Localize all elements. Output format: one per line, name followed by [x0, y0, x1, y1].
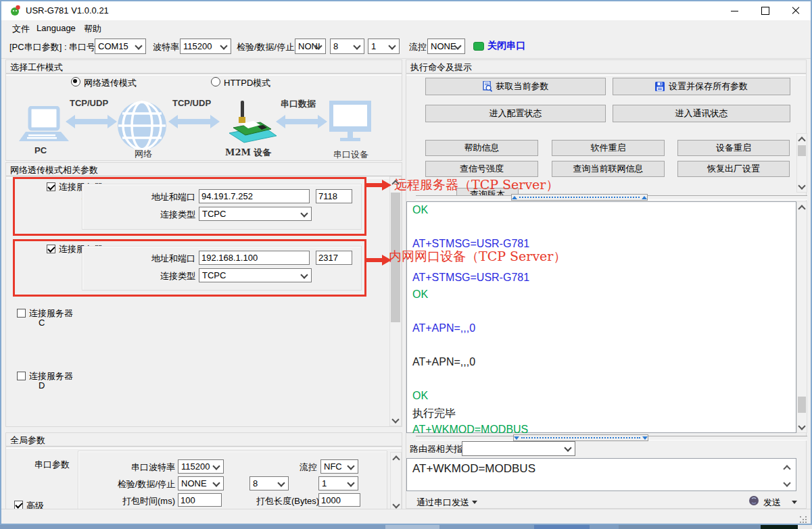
menu-help[interactable]: 帮助	[84, 23, 101, 35]
server-b-checkbox[interactable]	[47, 245, 55, 253]
chevron-down-icon	[347, 462, 354, 470]
scrollbar-thumb[interactable]	[798, 145, 806, 156]
command-panel: 执行命令及提示 获取当前参数 设置并保存所有参数 进入配置状态 进入通讯状态 帮	[406, 59, 807, 509]
radio-transparent-mode[interactable]	[71, 77, 80, 86]
scroll-down-icon[interactable]	[797, 181, 807, 192]
chevron-down-icon	[353, 42, 360, 49]
server-a-port-input[interactable]: 7118	[316, 189, 352, 203]
global-stop-bits-select[interactable]: 1	[318, 476, 358, 490]
work-mode-title: 选择工作模式	[10, 61, 63, 74]
enter-comm-button[interactable]: 进入通讯状态	[613, 105, 790, 122]
triangle-down-icon	[514, 436, 519, 440]
get-params-button[interactable]: 获取当前参数	[425, 78, 606, 95]
net-params-scrollbar[interactable]	[389, 176, 402, 426]
server-b-type-select[interactable]: TCPC	[199, 268, 312, 282]
chevron-down-icon	[220, 42, 227, 49]
command-buttons-scrollbar[interactable]	[796, 133, 807, 193]
conn-type-label: 连接类型	[102, 270, 195, 282]
flow-select[interactable]: NONE	[427, 39, 465, 54]
splitter-handle[interactable]	[513, 434, 648, 441]
enter-config-button[interactable]: 进入配置状态	[425, 105, 606, 122]
help-info-button[interactable]: 帮助信息	[425, 140, 538, 156]
global-parity-select[interactable]: NONE	[178, 476, 224, 490]
chevron-down-icon	[300, 271, 308, 278]
global-baud-select[interactable]: 115200	[178, 459, 224, 474]
app-window: USR-G781 V1.0.0.21 文件 Language 帮助 [PC串口参…	[0, 0, 812, 525]
menu-file[interactable]: 文件	[12, 23, 30, 35]
link2-label: TCP/UDP	[172, 98, 211, 108]
server-b-port-input[interactable]: 2317	[316, 251, 352, 265]
splitter-handle[interactable]	[511, 194, 648, 201]
router-cmd-select[interactable]	[462, 441, 575, 456]
terminal-line: OK	[412, 204, 428, 216]
radio-transparent-label[interactable]: 网络透传模式	[84, 77, 137, 89]
pack-time-input[interactable]: 100	[178, 493, 222, 507]
software-restart-button[interactable]: 软件重启	[552, 140, 665, 156]
radio-httpd-label[interactable]: HTTPD模式	[224, 77, 270, 89]
global-data-bits-select[interactable]: 8	[249, 476, 289, 490]
server-d-checkbox[interactable]	[17, 372, 26, 380]
network-info-button[interactable]: 查询当前联网信息	[552, 161, 665, 177]
scrollbar-thumb[interactable]	[391, 193, 400, 322]
desktop-strip	[0, 525, 812, 529]
close-button[interactable]	[780, 1, 811, 21]
chevron-down-icon	[388, 42, 396, 49]
maximize-button[interactable]	[750, 1, 780, 21]
server-b-address-input[interactable]: 192.168.1.100	[199, 251, 310, 265]
conn-type-label: 连接类型	[102, 209, 195, 221]
triangle-down-icon	[642, 436, 648, 440]
stop-bits-select[interactable]: 1	[368, 39, 400, 54]
server-a-type-select[interactable]: TCPC	[199, 207, 312, 221]
terminal-line: 执行完毕	[412, 407, 456, 421]
server-c-checkbox[interactable]	[17, 309, 26, 318]
app-icon	[9, 5, 21, 16]
server-a-address-input[interactable]: 94.191.7.252	[199, 189, 310, 203]
serial-monitor-icon	[329, 101, 371, 144]
data-bits-select[interactable]: 8	[330, 39, 364, 54]
send-input-area[interactable]: AT+WKMOD=MODBUS	[406, 458, 796, 491]
pack-len-input[interactable]: 1000	[318, 493, 360, 507]
global-params-panel: 全局参数 串口参数 串口波特率 115200 流控 NFC 检验/数据/停止 N…	[5, 432, 402, 515]
at-command-terminal[interactable]: OK AT+STMSG=USR-G781 AT+STMSG=USR-G781 O…	[406, 201, 796, 433]
divider	[6, 446, 402, 449]
global-flow-select[interactable]: NFC	[320, 459, 358, 474]
scroll-up-icon[interactable]	[783, 465, 790, 472]
dropdown-arrow-icon[interactable]	[472, 501, 477, 504]
scroll-down-icon[interactable]	[783, 479, 790, 486]
minimize-button[interactable]	[719, 1, 750, 21]
resize-grip[interactable]	[800, 516, 801, 518]
chevron-down-icon	[212, 462, 220, 470]
serial-device-node-label: 串口设备	[333, 149, 368, 161]
chevron-down-icon	[300, 209, 308, 217]
dropdown-arrow-icon[interactable]	[792, 501, 797, 504]
send-via-serial-button[interactable]: 通过串口发送	[416, 497, 469, 509]
factory-reset-button[interactable]: 恢复出厂设置	[677, 161, 790, 177]
scroll-up-icon[interactable]	[797, 202, 807, 213]
chevron-down-icon	[212, 479, 220, 486]
signal-strength-button[interactable]: 查信号强度	[425, 161, 538, 177]
terminal-line: AT+STMSG=USR-G781	[412, 238, 529, 250]
baud-select[interactable]: 115200	[180, 39, 231, 54]
menu-language[interactable]: Language	[37, 23, 76, 33]
scroll-up-icon[interactable]	[391, 453, 401, 463]
save-params-button[interactable]: 设置并保存所有参数	[613, 78, 790, 95]
window-title: USR-G781 V1.0.0.21	[26, 5, 109, 16]
global-params-scrollbar[interactable]	[390, 452, 402, 511]
left-right-arrow-icon	[168, 113, 220, 130]
save-floppy-icon	[655, 82, 665, 91]
server-a-checkbox[interactable]	[47, 182, 55, 191]
scroll-up-icon[interactable]	[797, 134, 807, 145]
terminal-line: OK	[412, 288, 428, 301]
scroll-down-icon[interactable]	[797, 422, 807, 432]
scroll-down-icon[interactable]	[390, 415, 401, 426]
com-port-select[interactable]: COM15	[95, 39, 146, 54]
close-serial-button[interactable]: 关闭串口	[487, 40, 525, 52]
device-restart-button[interactable]: 设备重启	[677, 140, 790, 156]
send-button[interactable]: 发送	[763, 497, 781, 509]
minimize-icon	[731, 11, 738, 11]
dotted-line	[519, 197, 640, 198]
radio-httpd-mode[interactable]	[211, 77, 220, 86]
scrollbar-thumb[interactable]	[798, 397, 806, 413]
parity-select[interactable]: NONI	[295, 39, 326, 54]
terminal-scrollbar[interactable]	[796, 201, 807, 433]
